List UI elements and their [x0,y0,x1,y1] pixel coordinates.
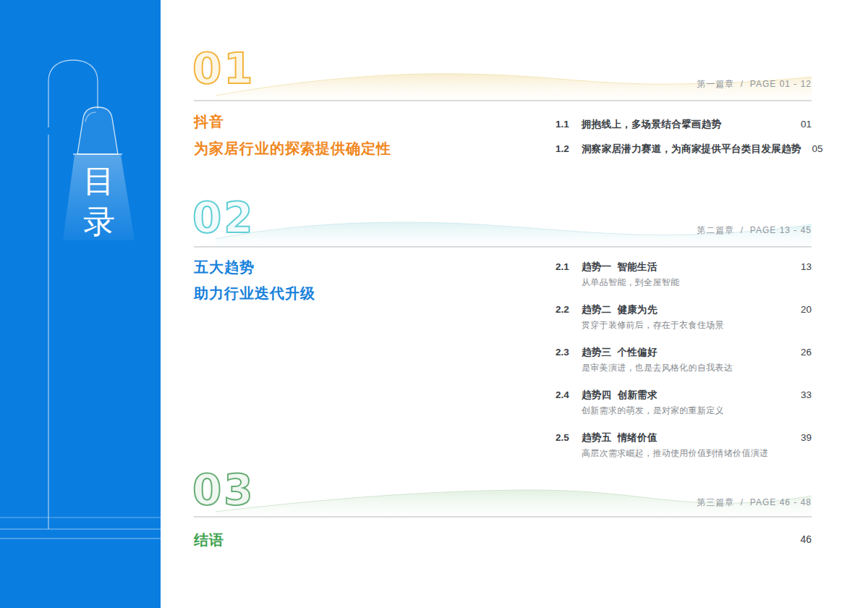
entry-number: 2.5 [556,431,582,445]
entry-subtitle: 是审美演进，也是去风格化的自我表达 [582,362,812,374]
divider-01 [194,100,812,101]
entry-number: 2.3 [556,345,582,360]
toc-char-1: 目 [83,163,116,198]
entry-subtitle: 高层次需求崛起，推动使用价值到情绪价值演进 [582,447,812,460]
entry-title: 趋势一 智能生活 [582,260,790,274]
entry-page: 26 [790,345,812,360]
toc-entry[interactable]: 结语 46 [194,531,812,550]
chapter-caption-02: 第二篇章 / PAGE 13 - 45 [508,224,812,237]
toc-entry[interactable]: 2.4 趋势四 创新需求 33 创新需求的萌发，是对家的重新定义 [556,388,812,417]
entry-number: 1.2 [556,142,582,156]
entry-title: 趋势二 健康为先 [582,303,790,317]
section-02-heading-line2: 助力行业迭代升级 [194,284,315,303]
section-02-heading-line1: 五大趋势 [194,258,255,277]
entry-subtitle: 贯穿于装修前后，存在于衣食住场景 [582,319,812,332]
entry-subtitle: 创新需求的萌发，是对家的重新定义 [582,405,812,417]
toc-entry[interactable]: 2.2 趋势二 健康为先 20 贯穿于装修前后，存在于衣食住场景 [556,303,812,332]
toc-entry[interactable]: 1.1 拥抱线上，多场景结合擘画趋势 01 [556,117,812,132]
toc-page: 目录 01 第一篇章 / PAGE 01 - 12 抖音 为家居行业的探索提供确… [0,0,868,608]
section-01-entries: 1.1 拥抱线上，多场景结合擘画趋势 01 1.2 洞察家居潜力赛道，为商家提供… [556,117,812,156]
chapter-caption-01: 第一篇章 / PAGE 01 - 12 [508,78,812,90]
entry-number: 2.4 [556,388,582,402]
chapter-caption-03: 第三篇章 / PAGE 46 - 48 [508,497,812,509]
section-02-entries: 2.1 趋势一 智能生活 13 从单品智能，到全屋智能 2.2 趋势二 健康为先… [556,260,812,473]
entry-page: 20 [790,303,812,317]
section-03-heading: 结语 [194,531,224,550]
entry-title: 洞察家居潜力赛道，为商家提供平台类目发展趋势 [582,142,801,156]
entry-page: 33 [790,388,812,402]
entry-number: 2.2 [556,303,582,317]
lamp-illustration [0,0,161,608]
toc-entry[interactable]: 2.1 趋势一 智能生活 13 从单品智能，到全屋智能 [556,260,812,289]
toc-entry[interactable]: 2.3 趋势三 个性偏好 26 是审美演进，也是去风格化的自我表达 [556,345,812,374]
divider-03 [194,516,812,518]
entry-title: 趋势四 创新需求 [582,388,790,402]
section-01-heading-line1: 抖音 [194,112,224,132]
entry-number: 2.1 [556,260,582,274]
entry-subtitle: 从单品智能，到全屋智能 [582,276,812,289]
entry-title: 拥抱线上，多场景结合擘画趋势 [582,117,790,132]
toc-vertical-label: 目录 [69,161,130,242]
toc-char-2: 录 [83,203,116,239]
entry-page: 13 [790,260,812,274]
sidebar: 目录 [0,0,161,608]
entry-number: 1.1 [556,117,582,132]
divider-02 [194,246,812,248]
entry-page: 39 [790,431,812,445]
toc-entry[interactable]: 2.5 趋势五 情绪价值 39 高层次需求崛起，推动使用价值到情绪价值演进 [556,431,812,460]
section-01-heading-line2: 为家居行业的探索提供确定性 [194,139,391,159]
entry-page: 46 [800,531,812,548]
toc-entry[interactable]: 1.2 洞察家居潜力赛道，为商家提供平台类目发展趋势 05 [556,142,812,156]
entry-page: 05 [801,142,823,156]
entry-title: 趋势三 个性偏好 [582,345,790,360]
entry-page: 01 [790,117,812,132]
entry-title: 趋势五 情绪价值 [582,431,790,445]
